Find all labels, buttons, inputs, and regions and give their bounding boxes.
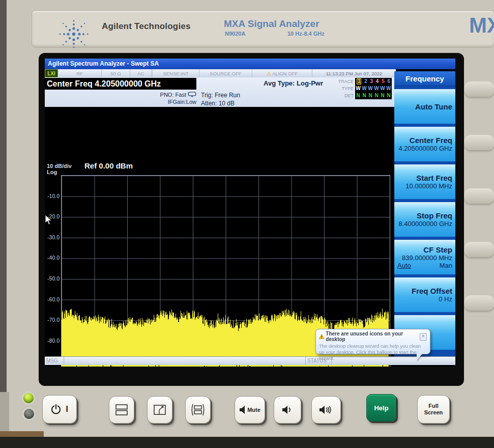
spectrum-graph: 10 dB/div Log Ref 0.00 dBm -10.0 -20.0 -… [45, 107, 396, 356]
softkey-auto-tune[interactable]: Auto Tune [394, 89, 455, 124]
power-button[interactable]: I [42, 395, 77, 424]
mute-button[interactable]: Mute [235, 396, 265, 424]
y-axis-tick: -30.0 [45, 234, 60, 240]
y-axis-tick: -70.0 [45, 317, 60, 323]
help-button[interactable]: Help [366, 394, 396, 422]
menu-title: Frequency [394, 71, 455, 86]
window-titlebar: Agilent Spectrum Analyzer - Swept SA [45, 59, 455, 69]
window-split-button[interactable] [109, 396, 134, 424]
status-datetime: 11:13:23 PM Jun 07, 2022 [312, 69, 396, 77]
lxi-indicator: LXI [45, 69, 58, 77]
center-freq-readout: Center Freq 4.205000000 GHz [45, 78, 196, 90]
softkey-menu: Frequency Auto Tune Center Freq 4.205000… [394, 71, 455, 356]
photo-edge-bottom [0, 437, 494, 448]
softkey-stop-freq[interactable]: Stop Freq 8.400000000 GHz [394, 202, 455, 237]
trace-legend: TRACE 123456 TYPE WWWWWW DET NNNNNN [334, 78, 392, 99]
instrument-front-panel: Agilent Technologies MXA Signal Analyzer… [0, 0, 494, 448]
next-window-icon [190, 403, 206, 417]
power-icon [51, 404, 61, 414]
frequency-range-label: 10 Hz-8.4 GHz [287, 31, 325, 37]
speaker-high-icon [319, 405, 333, 415]
speaker-low-icon [282, 405, 293, 415]
softkey-center-freq[interactable]: Center Freq 4.205000000 GHz [394, 127, 455, 161]
volume-up-button[interactable] [311, 396, 341, 424]
y-axis-tick: -60.0 [45, 296, 60, 302]
speaker-mute-icon [239, 405, 246, 414]
balloon-tail [417, 353, 423, 360]
volume-down-button[interactable] [274, 396, 301, 424]
message-bubble-icon [188, 92, 196, 97]
side-grip-ridge [464, 188, 494, 204]
mute-label: Mute [247, 407, 260, 413]
split-window-icon [114, 403, 129, 417]
zoom-window-icon [153, 403, 167, 417]
balloon-body: The desktop cleanup wizard can help you … [319, 343, 427, 361]
scale-type-label: Log [47, 169, 57, 175]
y-axis-tick: -50.0 [45, 275, 60, 282]
help-label: Help [374, 404, 388, 412]
agilent-starburst-icon [57, 18, 91, 50]
scale-per-div-label: 10 dB/div [47, 163, 72, 169]
status-impedance: 50 Ω [102, 69, 130, 77]
side-grip-ridge [464, 242, 494, 257]
cf-step-man[interactable]: Man [440, 262, 452, 269]
type-label: TYPE [334, 85, 355, 92]
softkey-start-freq[interactable]: Start Freq 10.000000 MHz [394, 164, 455, 199]
lcd-display: Agilent Spectrum Analyzer - Swept SA LXI… [45, 59, 455, 367]
status-rf: RF [58, 69, 102, 77]
cf-step-auto[interactable]: Auto [397, 262, 411, 269]
pno-ifgain-readout: PNO: Fast IFGain:Low [106, 91, 196, 105]
balloon-close-button[interactable]: × [420, 333, 427, 341]
side-grip-ridge [464, 81, 494, 97]
y-axis-tick: -40.0 [45, 255, 60, 261]
window-zoom-button[interactable] [147, 396, 172, 424]
det-label: DET [334, 92, 355, 99]
standby-led [24, 409, 34, 419]
full-screen-button[interactable]: Full Screen [417, 395, 450, 424]
measurement-annotation-bar: Center Freq 4.205000000 GHz PNO: Fast IF… [45, 77, 396, 107]
softkey-cf-step[interactable]: CF Step 839.000000 MHz Auto Man [394, 240, 455, 274]
window-next-button[interactable] [185, 396, 211, 424]
trace-detectors: NNNNNN [355, 92, 392, 99]
balloon-warning-icon [319, 334, 324, 339]
power-on-label: I [66, 404, 68, 414]
model-number: N9020A [225, 31, 245, 37]
power-on-led [23, 393, 34, 403]
status-source: SOURCE OFF [199, 69, 252, 77]
side-grip-ridge [464, 135, 494, 150]
y-axis-tick: -10.0 [45, 193, 60, 199]
desktop-cleanup-balloon[interactable]: There are unused icons on your desktop ×… [315, 329, 430, 354]
msg-field: MSG [45, 357, 64, 365]
mouse-cursor [45, 214, 52, 226]
full-screen-label-1: Full [428, 403, 439, 409]
model-title: MXA Signal Analyzer [224, 18, 319, 30]
trace-numbers: 123456 [355, 78, 392, 85]
ref-level-label: Ref 0.00 dBm [84, 161, 133, 170]
warning-icon: ⚠ [267, 71, 271, 76]
status-align: ⚠ ALIGN OFF [252, 69, 312, 77]
side-panel-label: MX [469, 13, 494, 38]
brand-name: Agilent Technologies [102, 21, 191, 32]
trigger-atten-readout: Trig: Free Run Atten: 10 dB [201, 91, 240, 107]
status-bar: LXI RF 50 Ω AC SENSE:INT SOURCE OFF ⚠ AL… [45, 69, 396, 77]
full-screen-label-2: Screen [424, 409, 443, 416]
balloon-title: There are unused icons on your desktop [326, 331, 418, 342]
y-axis-tick: -80.0 [45, 338, 60, 344]
photo-edge-left [0, 0, 7, 392]
side-grip-ridge [464, 295, 494, 311]
status-coupling: AC [130, 69, 152, 77]
softkey-freq-offset[interactable]: Freq Offset 0 Hz [394, 277, 455, 312]
trace-types: WWWWWW [355, 85, 392, 92]
status-sense: SENSE:INT [153, 69, 199, 77]
trace-label: TRACE [334, 78, 355, 85]
avg-type-readout: Avg Type: Log-Pwr [264, 79, 323, 87]
